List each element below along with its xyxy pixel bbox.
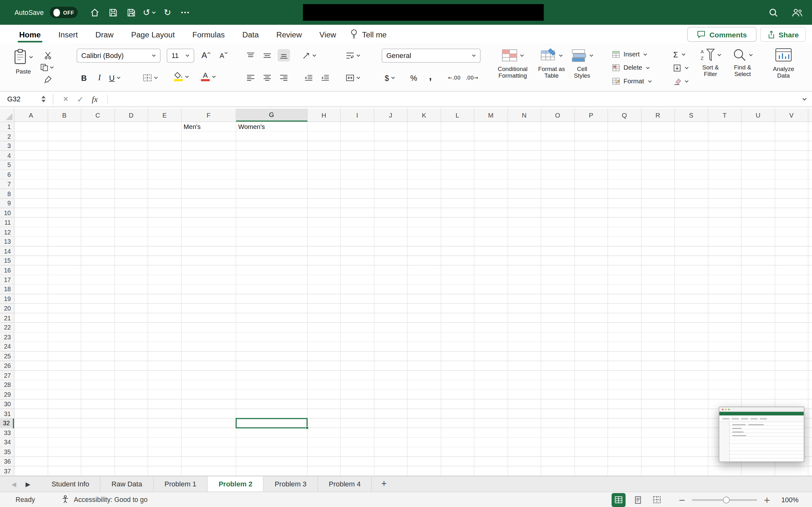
enter-button[interactable]: ✓: [73, 92, 88, 107]
sheet-nav-forward-icon[interactable]: ▶: [26, 481, 30, 488]
page-layout-view-button[interactable]: [631, 493, 645, 507]
sheet-tab[interactable]: Raw Data: [101, 476, 154, 492]
font-color-button[interactable]: A: [201, 70, 216, 83]
row-header-10[interactable]: 10: [0, 208, 14, 218]
row-header-6[interactable]: 6: [0, 170, 14, 179]
orientation-button[interactable]: [302, 49, 316, 61]
column-header-D[interactable]: D: [115, 109, 148, 122]
normal-view-button[interactable]: [612, 493, 625, 507]
row-header-37[interactable]: 37: [0, 466, 14, 476]
align-bottom-button[interactable]: [277, 49, 290, 61]
row-header-25[interactable]: 25: [0, 352, 14, 361]
cancel-button[interactable]: ×: [58, 92, 73, 107]
name-box[interactable]: G32: [0, 95, 39, 103]
currency-format-button[interactable]: $: [384, 71, 396, 83]
row-header-30[interactable]: 30: [0, 400, 14, 409]
row-header-8[interactable]: 8: [0, 189, 14, 199]
row-header-13[interactable]: 13: [0, 237, 14, 246]
conditional-formatting-button[interactable]: Conditional Formatting: [491, 48, 535, 79]
row-header-11[interactable]: 11: [0, 218, 14, 227]
grid-body[interactable]: Men'sWomen's: [14, 122, 812, 476]
cut-icon[interactable]: [42, 49, 54, 61]
sheet-tab[interactable]: Problem 2: [208, 476, 264, 492]
search-icon[interactable]: [766, 5, 780, 20]
ribbon-tab[interactable]: Formulas: [184, 25, 234, 43]
selected-cell[interactable]: [236, 418, 307, 428]
column-header-U[interactable]: U: [742, 109, 775, 122]
column-header-T[interactable]: T: [708, 109, 742, 122]
merge-center-button[interactable]: [346, 71, 361, 83]
grow-font-button[interactable]: A: [200, 49, 212, 61]
column-header-M[interactable]: M: [474, 109, 508, 122]
accessibility-status[interactable]: Accessibility: Good to go: [61, 495, 148, 504]
column-header-V[interactable]: V: [775, 109, 808, 122]
row-header-16[interactable]: 16: [0, 266, 14, 275]
align-right-button[interactable]: [277, 71, 290, 83]
shrink-font-button[interactable]: A: [217, 49, 230, 61]
format-cells-button[interactable]: Format: [612, 74, 652, 88]
delete-cells-button[interactable]: Delete: [612, 61, 650, 74]
row-header-17[interactable]: 17: [0, 275, 14, 285]
insert-cells-button[interactable]: Insert: [612, 48, 647, 61]
row-header-15[interactable]: 15: [0, 256, 14, 266]
name-box-spinner[interactable]: [39, 96, 48, 102]
column-header-H[interactable]: H: [307, 109, 341, 122]
fill-color-button[interactable]: [174, 70, 189, 83]
row-header-21[interactable]: 21: [0, 314, 14, 323]
sheet-tab[interactable]: Problem 4: [318, 476, 372, 492]
column-header-Q[interactable]: Q: [608, 109, 641, 122]
tell-me-button[interactable]: Tell me: [350, 29, 387, 39]
row-header-34[interactable]: 34: [0, 438, 14, 447]
column-header-O[interactable]: O: [541, 109, 574, 122]
fill-handle[interactable]: [305, 426, 308, 429]
paste-button[interactable]: Paste: [13, 49, 33, 75]
select-all-corner[interactable]: [0, 109, 14, 122]
column-header-N[interactable]: N: [508, 109, 541, 122]
comments-button[interactable]: Comments: [687, 27, 757, 42]
page-break-view-button[interactable]: [650, 493, 664, 507]
analyze-data-button[interactable]: Analyze Data: [768, 48, 799, 79]
column-header-J[interactable]: J: [374, 109, 408, 122]
save-icon[interactable]: [106, 5, 119, 20]
row-header-9[interactable]: 9: [0, 199, 14, 208]
zoom-in-button[interactable]: +: [762, 495, 771, 505]
align-center-button[interactable]: [261, 71, 273, 83]
cell-G1[interactable]: Women's: [238, 122, 265, 131]
insert-function-button[interactable]: fx: [88, 92, 102, 107]
column-header-E[interactable]: E: [148, 109, 182, 122]
share-people-icon[interactable]: [790, 5, 803, 20]
column-header-A[interactable]: A: [14, 109, 48, 122]
row-header-18[interactable]: 18: [0, 285, 14, 294]
floating-window-thumbnail[interactable]: [719, 406, 804, 462]
percent-format-button[interactable]: %: [408, 71, 420, 83]
align-top-button[interactable]: [245, 49, 257, 61]
row-header-36[interactable]: 36: [0, 457, 14, 466]
wrap-text-button[interactable]: [346, 49, 361, 61]
save-as-icon[interactable]: [124, 5, 138, 20]
italic-button[interactable]: I: [93, 71, 106, 83]
clear-button[interactable]: [673, 74, 689, 88]
row-header-33[interactable]: 33: [0, 428, 14, 438]
sheet-tab[interactable]: Problem 3: [264, 476, 318, 492]
increase-decimal-button[interactable]: ←.00: [448, 71, 461, 83]
row-header-19[interactable]: 19: [0, 294, 14, 304]
ribbon-tab[interactable]: View: [310, 25, 345, 43]
home-icon[interactable]: [88, 5, 101, 20]
paste-dropdown-chevron[interactable]: [29, 56, 33, 58]
column-header-S[interactable]: S: [675, 109, 708, 122]
column-header-K[interactable]: K: [408, 109, 441, 122]
column-header-R[interactable]: R: [641, 109, 675, 122]
row-header-7[interactable]: 7: [0, 179, 14, 189]
align-middle-button[interactable]: [261, 49, 273, 61]
ribbon-tab[interactable]: Review: [268, 25, 311, 43]
align-left-button[interactable]: [245, 71, 257, 83]
row-header-1[interactable]: 1: [0, 122, 14, 131]
redo-button[interactable]: ↻: [161, 5, 174, 20]
more-commands-button[interactable]: •••: [179, 5, 192, 20]
row-header-20[interactable]: 20: [0, 304, 14, 314]
row-header-29[interactable]: 29: [0, 390, 14, 399]
sort-filter-button[interactable]: AZ Sort & Filter: [696, 48, 725, 78]
increase-indent-button[interactable]: [319, 71, 332, 83]
column-header-G[interactable]: G: [236, 109, 307, 122]
sheet-tab[interactable]: Student Info: [41, 476, 101, 492]
